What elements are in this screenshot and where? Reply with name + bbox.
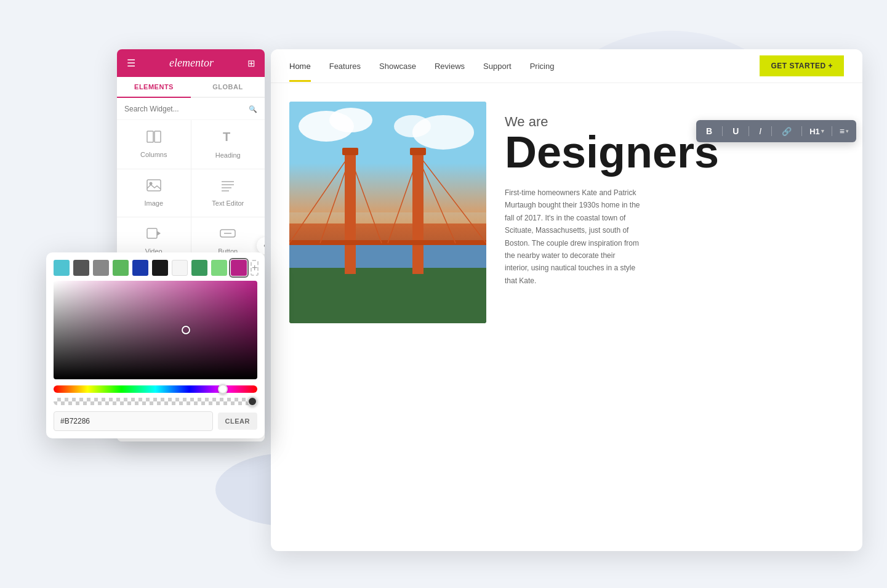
color-hex-row: CLEAR — [46, 411, 265, 431]
toolbar-divider-5 — [832, 126, 832, 136]
alpha-slider-container — [46, 395, 265, 411]
color-picker-panel: + CLEAR — [46, 252, 265, 438]
swatch-darkgray[interactable] — [73, 260, 89, 276]
bridge-cables — [289, 102, 486, 323]
elementor-logo: elementor — [169, 57, 214, 70]
toolbar-divider-1 — [722, 126, 723, 136]
color-gradient-picker[interactable] — [54, 281, 257, 379]
nav-link-features[interactable]: Features — [329, 62, 361, 71]
sidebar-header: elementor ⊞ — [117, 49, 265, 77]
swatch-purple[interactable] — [231, 260, 247, 276]
grid-icon[interactable]: ⊞ — [247, 58, 255, 69]
widget-columns[interactable]: Columns — [117, 120, 191, 169]
svg-text:T: T — [223, 130, 230, 143]
nav-links: Home Features Showcase Reviews Support P… — [289, 62, 760, 71]
image-icon — [146, 179, 161, 195]
toolbar-divider-2 — [749, 126, 749, 136]
color-picker-cursor — [182, 326, 190, 334]
widget-text-editor-label: Text Editor — [212, 199, 244, 207]
main-container: Home Features Showcase Reviews Support P… — [0, 0, 887, 588]
sidebar-tabs: ELEMENTS GLOBAL — [117, 77, 265, 98]
collapse-arrow-icon: ❮ — [263, 241, 265, 249]
tab-elements[interactable]: ELEMENTS — [117, 77, 191, 98]
svg-rect-19 — [147, 131, 153, 142]
swatch-white[interactable] — [172, 260, 188, 276]
nav-link-reviews[interactable]: Reviews — [435, 62, 465, 71]
text-formatting-toolbar: B U I 🔗 H1 ▾ ≡ ▾ — [696, 120, 856, 142]
swatch-add-button[interactable]: + — [251, 260, 259, 276]
heading-dropdown[interactable]: H1 ▾ — [809, 127, 824, 136]
search-input[interactable] — [124, 105, 244, 113]
svg-marker-29 — [157, 231, 161, 236]
heading-chevron-icon: ▾ — [821, 128, 824, 134]
swatch-dark-green[interactable] — [191, 260, 207, 276]
svg-rect-28 — [147, 228, 157, 238]
widget-text-editor[interactable]: Text Editor — [191, 169, 265, 217]
hue-slider[interactable] — [54, 385, 257, 393]
swatch-gray[interactable] — [93, 260, 109, 276]
menu-icon[interactable] — [127, 57, 135, 69]
widget-heading-label: Heading — [215, 151, 241, 159]
italic-button[interactable]: I — [757, 125, 764, 137]
hex-input[interactable] — [54, 411, 213, 431]
swatch-blue[interactable] — [132, 260, 148, 276]
toolbar-divider-3 — [771, 126, 772, 136]
video-icon — [146, 227, 161, 243]
widget-grid: Columns T Heading Image Text Editor — [117, 120, 265, 265]
alpha-thumb[interactable] — [247, 397, 257, 406]
get-started-button[interactable]: GET STARTED + — [760, 55, 844, 76]
text-editor-icon — [220, 179, 235, 195]
hue-thumb[interactable] — [218, 384, 228, 394]
swatch-green[interactable] — [113, 260, 129, 276]
swatch-black[interactable] — [152, 260, 168, 276]
svg-rect-20 — [155, 131, 161, 142]
svg-point-18 — [394, 115, 431, 137]
widget-image-label: Image — [144, 199, 163, 207]
list-icon: ≡ — [840, 126, 845, 136]
hue-slider-container — [46, 379, 265, 395]
swatch-cyan[interactable] — [54, 260, 70, 276]
sidebar-search — [117, 98, 265, 120]
bridge-image — [289, 102, 486, 323]
svg-rect-3 — [289, 268, 486, 323]
svg-point-16 — [329, 108, 372, 132]
widget-heading[interactable]: T Heading — [191, 120, 265, 169]
search-icon — [249, 104, 257, 113]
swatch-light-green[interactable] — [211, 260, 227, 276]
nav-link-showcase[interactable]: Showcase — [379, 62, 416, 71]
tab-global[interactable]: GLOBAL — [191, 77, 265, 97]
list-chevron-icon: ▾ — [846, 128, 849, 134]
svg-rect-13 — [342, 148, 358, 155]
website-nav: Home Features Showcase Reviews Support P… — [271, 49, 862, 83]
button-icon — [219, 227, 236, 243]
nav-link-home[interactable]: Home — [289, 62, 311, 71]
columns-icon — [146, 131, 161, 146]
nav-link-support[interactable]: Support — [483, 62, 512, 71]
link-button[interactable]: 🔗 — [779, 125, 794, 137]
hero-description: First-time homeowners Kate and Patrick M… — [505, 187, 640, 287]
heading-icon: T — [221, 130, 235, 147]
widget-image[interactable]: Image — [117, 169, 191, 217]
svg-rect-22 — [147, 180, 161, 191]
alpha-slider[interactable] — [54, 398, 257, 405]
underline-button[interactable]: U — [730, 125, 741, 137]
nav-link-pricing[interactable]: Pricing — [530, 62, 555, 71]
heading-label: H1 — [809, 127, 820, 136]
list-dropdown[interactable]: ≡ ▾ — [840, 126, 849, 136]
clear-button[interactable]: CLEAR — [218, 413, 257, 430]
color-swatches-row: + — [46, 252, 265, 281]
widget-columns-label: Columns — [140, 151, 167, 158]
toolbar-divider-4 — [801, 126, 802, 136]
bold-button[interactable]: B — [704, 125, 715, 137]
link-icon: 🔗 — [782, 127, 792, 136]
svg-rect-14 — [410, 148, 426, 155]
